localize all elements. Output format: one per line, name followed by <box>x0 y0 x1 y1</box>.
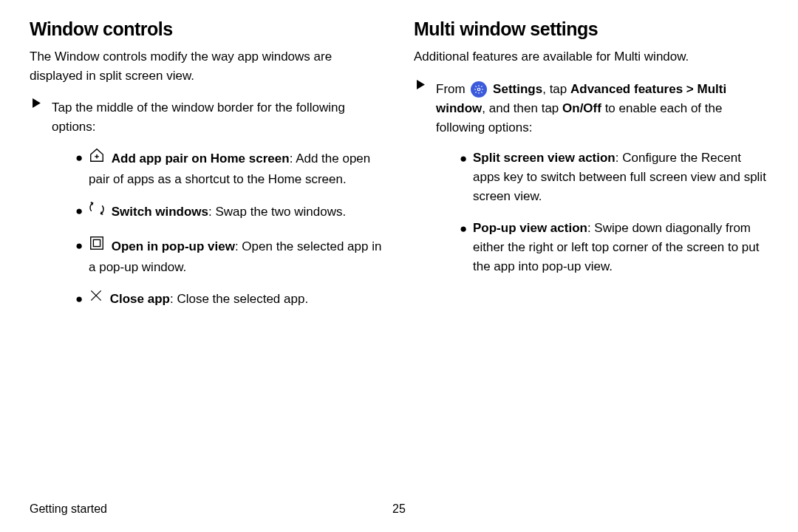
svg-point-8 <box>478 88 481 91</box>
right-column: Multi window settings Additional feature… <box>414 18 768 332</box>
svg-marker-7 <box>417 80 425 89</box>
svg-rect-4 <box>93 239 100 246</box>
switch-windows-desc: : Swap the two windows. <box>208 205 346 219</box>
dot-bullet-icon: ● <box>72 148 89 168</box>
close-app-label: Close app <box>110 292 170 306</box>
multi-window-heading: Multi window settings <box>414 18 768 40</box>
dot-bullet-icon: ● <box>457 219 473 239</box>
add-pair-label: Add app pair on Home screen <box>112 151 290 165</box>
switch-windows-label: Switch windows <box>112 205 208 219</box>
svg-marker-0 <box>33 98 41 108</box>
settings-label: Settings <box>489 82 542 96</box>
triangle-bullet-icon <box>30 98 52 108</box>
popup-view-icon <box>89 235 105 257</box>
advanced-features-label: Advanced features <box>570 82 683 96</box>
and-then-text: , and then tap <box>482 101 562 115</box>
close-x-icon <box>89 288 103 309</box>
dot-bullet-icon: ● <box>72 236 89 256</box>
footer-page-number: 25 <box>392 502 406 516</box>
close-app-desc: : Close the selected app. <box>170 292 308 306</box>
split-screen-label: Split screen view action <box>473 151 615 165</box>
dot-bullet-icon: ● <box>72 201 89 221</box>
window-controls-list: Tap the middle of the window border for … <box>30 98 384 322</box>
multi-window-list: From Settings, tap Advanced features > M… <box>414 80 768 289</box>
popup-view-label: Open in pop-up view <box>112 239 235 253</box>
tap-border-text: Tap the middle of the window border for … <box>52 100 345 134</box>
dot-bullet-icon: ● <box>457 149 473 168</box>
settings-gear-icon <box>471 81 487 98</box>
multi-window-intro: Additional features are available for Mu… <box>414 47 768 66</box>
page-footer: Getting started 25 <box>30 502 768 516</box>
left-column: Window controls The Window controls modi… <box>30 18 384 332</box>
step-from-text: From <box>436 82 468 96</box>
home-plus-icon <box>89 147 105 169</box>
switch-windows-icon <box>89 200 105 222</box>
svg-rect-3 <box>91 236 103 249</box>
popup-action-label: Pop-up view action <box>473 221 587 235</box>
window-controls-intro: The Window controls modify the way app w… <box>30 47 384 85</box>
dot-bullet-icon: ● <box>72 289 89 309</box>
window-controls-heading: Window controls <box>30 18 384 40</box>
tap-text: , tap <box>542 82 570 96</box>
gt-separator: > <box>683 82 697 96</box>
triangle-bullet-icon <box>414 80 436 89</box>
on-off-label: On/Off <box>562 101 601 115</box>
